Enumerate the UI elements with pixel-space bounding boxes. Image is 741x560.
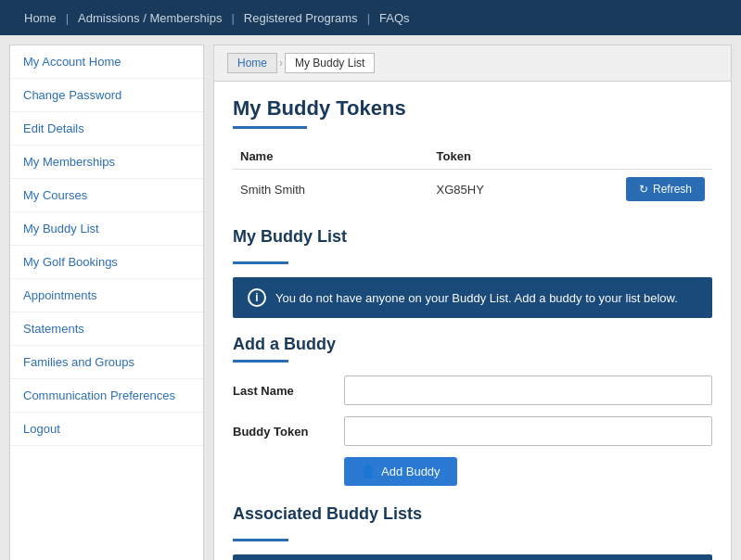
buddy-token-input[interactable] xyxy=(344,416,712,446)
token-value-cell: XG85HY xyxy=(429,170,582,210)
associated-info-box: i You do not belong to any Buddy Lists. xyxy=(233,554,712,560)
breadcrumb: Home › My Buddy List xyxy=(214,45,731,82)
content-area: Home › My Buddy List My Buddy Tokens Nam… xyxy=(213,45,732,560)
last-name-row: Last Name xyxy=(233,375,712,405)
add-person-icon: 👤 xyxy=(361,465,376,478)
buddy-list-info-box: i You do not have anyone on your Buddy L… xyxy=(233,277,712,318)
sidebar-item-edit-details[interactable]: Edit Details xyxy=(10,112,203,146)
sidebar-item-change-password[interactable]: Change Password xyxy=(10,79,203,112)
sidebar-item-logout[interactable]: Logout xyxy=(10,413,203,446)
refresh-button[interactable]: ↻ Refresh xyxy=(626,177,705,201)
sidebar-item-account-home[interactable]: My Account Home xyxy=(10,45,203,79)
table-row: Smith Smith XG85HY ↻ Refresh xyxy=(233,170,712,210)
breadcrumb-buddy-list[interactable]: My Buddy List xyxy=(285,53,375,73)
last-name-label: Last Name xyxy=(233,384,344,398)
nav-home[interactable]: Home xyxy=(15,11,66,25)
add-buddy-button[interactable]: 👤 Add Buddy xyxy=(344,457,457,486)
refresh-icon: ↻ xyxy=(639,183,648,196)
title-underline xyxy=(233,126,307,129)
token-refresh-cell: ↻ Refresh xyxy=(582,170,712,210)
add-buddy-underline xyxy=(233,360,288,363)
main-layout: My Account Home Change Password Edit Det… xyxy=(0,35,741,560)
sidebar-item-my-buddy-list[interactable]: My Buddy List xyxy=(10,212,203,246)
add-buddy-section-title: Add a Buddy xyxy=(233,335,712,354)
token-table-token-header: Token xyxy=(429,144,582,170)
sidebar-item-my-golf-bookings[interactable]: My Golf Bookings xyxy=(10,246,203,279)
top-nav: Home | Admissions / Memberships | Regist… xyxy=(0,0,741,35)
nav-admissions[interactable]: Admissions / Memberships xyxy=(69,11,231,25)
last-name-input[interactable] xyxy=(344,375,712,405)
token-table-action-header xyxy=(582,144,712,170)
sidebar-item-appointments[interactable]: Appointments xyxy=(10,279,203,312)
sidebar-item-statements[interactable]: Statements xyxy=(10,312,203,346)
buddy-token-row: Buddy Token xyxy=(233,416,712,446)
buddy-token-label: Buddy Token xyxy=(233,425,344,439)
associated-underline xyxy=(233,539,288,541)
breadcrumb-sep: › xyxy=(277,57,285,70)
sidebar: My Account Home Change Password Edit Det… xyxy=(9,45,204,560)
sidebar-item-my-memberships[interactable]: My Memberships xyxy=(10,146,203,179)
nav-programs[interactable]: Registered Programs xyxy=(235,11,367,25)
token-table: Name Token Smith Smith XG85HY ↻ Refresh xyxy=(233,144,712,209)
nav-faqs[interactable]: FAQs xyxy=(370,11,419,25)
breadcrumb-home[interactable]: Home xyxy=(227,53,277,73)
sidebar-item-families-groups[interactable]: Families and Groups xyxy=(10,346,203,379)
token-table-name-header: Name xyxy=(233,144,429,170)
buddy-list-underline xyxy=(233,261,288,264)
sidebar-item-communication-preferences[interactable]: Communication Preferences xyxy=(10,379,203,413)
content-body: My Buddy Tokens Name Token Smith Smith X… xyxy=(214,82,731,560)
associated-section-title: Associated Buddy Lists xyxy=(233,504,712,524)
sidebar-item-my-courses[interactable]: My Courses xyxy=(10,179,203,212)
buddy-list-section-title: My Buddy List xyxy=(233,227,712,247)
token-name-cell: Smith Smith xyxy=(233,170,429,210)
buddy-list-info-text: You do not have anyone on your Buddy Lis… xyxy=(275,291,678,305)
refresh-label: Refresh xyxy=(653,183,692,196)
info-icon-1: i xyxy=(248,288,266,307)
page-title: My Buddy Tokens xyxy=(233,96,712,121)
add-buddy-label: Add Buddy xyxy=(381,465,441,478)
